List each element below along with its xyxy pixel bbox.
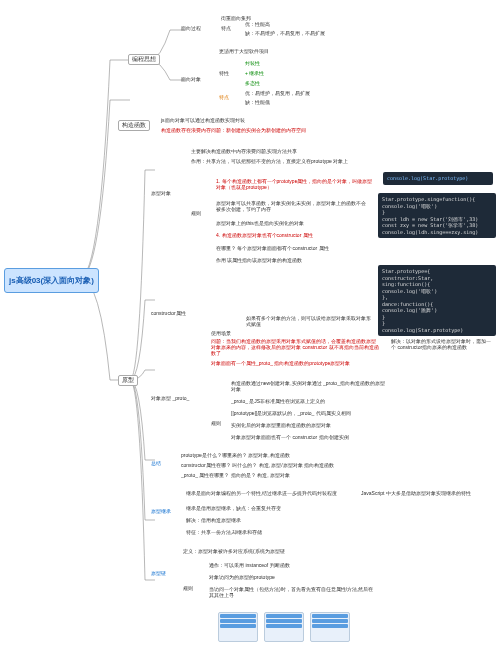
root-node[interactable]: js高级03(深入面向对象)	[4, 268, 99, 293]
leaf: 构造函数通过new创建对象,实例对象通过 _proto_指向构造函数的原型对象	[230, 380, 390, 392]
leaf: 优：性能高	[244, 21, 271, 27]
leaf: 对象面面有一个属性_proto_ 指向构造函数的prototype原型对象	[210, 360, 370, 366]
leaf: 主要解决构造函数中内存浪费问题,实现方法共享	[190, 148, 360, 154]
leaf: 解决：借用构造原型继承	[185, 517, 355, 523]
leaf: 多态性	[244, 80, 261, 86]
code-line: console.log(Star.prototype)	[387, 175, 468, 181]
node-summary[interactable]: 总结	[150, 460, 162, 466]
node-procedural[interactable]: 面向过程	[180, 25, 202, 31]
code-line: console.log(Star.prototype)	[382, 327, 492, 334]
branch-programming[interactable]: 编程思想	[128, 54, 160, 65]
leaf: 原型对象可以共享函数，对象实例化未实例，原型对象上的函数不会被多次创建，节约了内…	[215, 200, 370, 212]
leaf: + 继承性	[244, 70, 265, 76]
code-block-1: console.log(Star.prototype)	[383, 172, 493, 185]
leaf: 规则	[182, 585, 194, 591]
code-line: console.log(ldh.sing===zxy.sing)	[382, 229, 492, 236]
leaf: 当访问一个对象属性（包括方法)时，首先看先查有自任意属性/方法,然后在其其往上寻	[208, 586, 378, 598]
leaf: JavaScript 中大多是借助原型对象实现继承的特性	[360, 490, 490, 496]
leaf: 作用：共享方法，可以把那些不变的方法，直接定义在prototype 对象上	[190, 158, 360, 164]
leaf: 实例化后的对象原型里面构造函数的原型对象	[230, 422, 390, 428]
leaf: prototype是什么？哪里来的？ 原型对象,构造函数	[180, 452, 380, 458]
leaf: 继承是借用原型继承，缺点：会重复共存变	[185, 505, 355, 511]
thumbnail-1[interactable]	[218, 612, 258, 642]
leaf: 通作：可以采用 instanceof 判断函数	[208, 562, 368, 568]
leaf: 更适用于大型软件项目	[218, 48, 270, 54]
node-proto-chain[interactable]: 原型链	[150, 570, 167, 576]
code-block-3: Star.prototype={ constructor:Star, sing:…	[378, 265, 496, 336]
branch-constructor[interactable]: 构造函数	[118, 120, 150, 131]
node-constructor-prop[interactable]: constructor属性	[150, 310, 187, 316]
leaf: 如果有多个对象的方法，则可以设给原型对象采取对象形式赋值	[245, 315, 375, 327]
leaf: 特点	[218, 94, 230, 100]
leaf: _proto_ 是JS非标准属性在浏览器上定义的	[230, 398, 390, 404]
leaf: [[prototype]]是浏览器默认的，_proto_ 代码属实义相同	[230, 410, 390, 416]
leaf: 解决：以对象的形式设给原型对象时，需加一个 constructor指向原来的构造…	[390, 338, 495, 350]
branch-prototype[interactable]: 原型	[118, 375, 138, 386]
leaf: 使用场景	[210, 330, 232, 336]
leaf: 封装性	[244, 60, 261, 66]
leaf: constructor属性在哪？ 叫什么的？ 构造, 原型/原型对象 指向构造函…	[180, 462, 400, 468]
leaf: 定义：原型对象被许多对应系统(系统为原型链	[182, 548, 362, 554]
leaf: 特征：共享一份方法,却继承和存储	[185, 529, 355, 535]
node-proto-inherit[interactable]: 原型继承	[150, 508, 172, 514]
thumbnail-3[interactable]	[310, 612, 350, 642]
code-line: const zxy = new Star('张学市',38)	[382, 222, 492, 229]
leaf: 在哪里？ 每个原型对象面面都有个constructor 属性	[215, 245, 380, 251]
leaf: 4. 构造函数原型对象也有个constructor 属性	[215, 232, 380, 238]
leaf: 问题：当我们构造函数的原型采用对象形式赋值的话，会覆盖构造函数原型对象原来的内容…	[210, 338, 380, 356]
leaf: js面向对象可以通过构造函数实现封装	[160, 117, 246, 123]
leaf: 缺：不易维护，不易复用，不易扩展	[244, 30, 326, 36]
leaf: 继承是面向对象编程的另一个特性,结过继承进一步提升代码封装程度	[185, 490, 355, 496]
leaf: 优：易维护，易复用，易扩展	[244, 90, 311, 96]
leaf: _proto_ 属性在哪里？ 指向的是？ 构造, 原型对象	[180, 472, 380, 478]
leaf-rule1: 1. 每个构造函数上都有一个prototype属性，指向的是个对象，叫做原型对象…	[215, 178, 375, 190]
node-obj-proto[interactable]: 对象原型 _proto_	[150, 395, 190, 401]
leaf: 原型对象上的this也是指向实例化的对象	[215, 220, 370, 226]
leaf: 对象访问为的原型的prototype	[208, 574, 368, 580]
code-block-2: Star.prototype.sing=function(){ console.…	[378, 193, 496, 238]
leaf: 规则	[210, 420, 222, 426]
node-oop[interactable]: 面向对象	[180, 76, 202, 82]
leaf: 构造函数存在浪费内存问题：新创建的实例会为新创建的内存空间	[160, 127, 390, 133]
leaf: 缺：性能低	[244, 99, 271, 105]
leaf: 特性	[218, 70, 230, 76]
leaf: 规则	[190, 210, 202, 216]
leaf: 对象原型对象面面也有一个 constructor 指向创建实例	[230, 434, 390, 440]
node-proto-obj[interactable]: 原型对象	[150, 190, 172, 196]
thumbnail-2[interactable]	[264, 612, 304, 642]
leaf: 作用 该属性指向该原型对象的构造函数	[215, 257, 380, 263]
leaf: 特点	[220, 25, 232, 31]
